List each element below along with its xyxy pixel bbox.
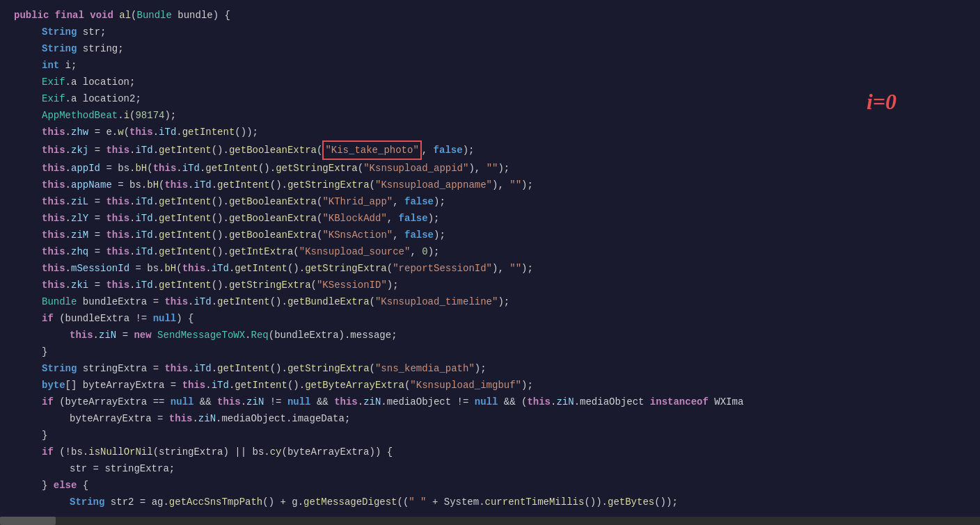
- scrollbar[interactable]: [0, 517, 980, 525]
- code-line: }: [14, 344, 966, 360]
- code-line: this.appName = bs.bH(this.iTd.getIntent(…: [14, 177, 966, 193]
- code-line: this.zhw = e.w(this.iTd.getIntent());: [14, 124, 966, 140]
- code-line: String str2 = ag.getAccSnsTmpPath() + g.…: [14, 494, 966, 510]
- code-line: Exif.a location2;: [14, 90, 966, 107]
- code-line: public final void al(Bundle bundle) {: [14, 7, 966, 24]
- highlighted-string: "Kis_take_photo": [322, 140, 421, 160]
- code-line: if (!bs.isNullOrNil(stringExtra) || bs.c…: [14, 444, 966, 460]
- code-line: AppMethodBeat.i(98174);: [14, 107, 966, 124]
- code-line: if (bundleExtra != null) {: [14, 310, 966, 327]
- code-line: if (byteArrayExtra == null && this.ziN !…: [14, 394, 966, 410]
- code-line: String stringExtra = this.iTd.getIntent(…: [14, 360, 966, 377]
- code-line: String string;: [14, 40, 966, 57]
- code-line: this.ziN = new SendMessageToWX.Req(bundl…: [14, 327, 966, 344]
- code-line: this.zhq = this.iTd.getIntent().getIntEx…: [14, 243, 966, 260]
- code-line: str = stringExtra;: [14, 460, 966, 477]
- code-editor: i=0 public final void al(Bundle bundle) …: [0, 0, 980, 525]
- code-line: this.zkj = this.iTd.getIntent().getBoole…: [14, 140, 966, 160]
- code-line: byteArrayExtra = this.ziN.mediaObject.im…: [14, 410, 966, 427]
- code-line: String str;: [14, 24, 966, 40]
- scrollbar-thumb[interactable]: [0, 517, 56, 525]
- code-line: int i;: [14, 57, 966, 74]
- code-line: this.zlY = this.iTd.getIntent().getBoole…: [14, 210, 966, 227]
- code-line: this.mSessionId = bs.bH(this.iTd.getInte…: [14, 260, 966, 277]
- code-line: this.ziL = this.iTd.getIntent().getBoole…: [14, 193, 966, 210]
- code-line: this.zki = this.iTd.getIntent().getStrin…: [14, 277, 966, 293]
- code-line: Exif.a location;: [14, 74, 966, 90]
- code-line: Bundle bundleExtra = this.iTd.getIntent(…: [14, 293, 966, 310]
- code-line: this.appId = bs.bH(this.iTd.getIntent().…: [14, 160, 966, 177]
- code-line: }: [14, 427, 966, 444]
- annotation-i-equals-0: i=0: [867, 89, 896, 115]
- code-line: } else {: [14, 477, 966, 494]
- code-line: byte[] byteArrayExtra = this.iTd.getInte…: [14, 377, 966, 394]
- code-line: this.ziM = this.iTd.getIntent().getBoole…: [14, 227, 966, 243]
